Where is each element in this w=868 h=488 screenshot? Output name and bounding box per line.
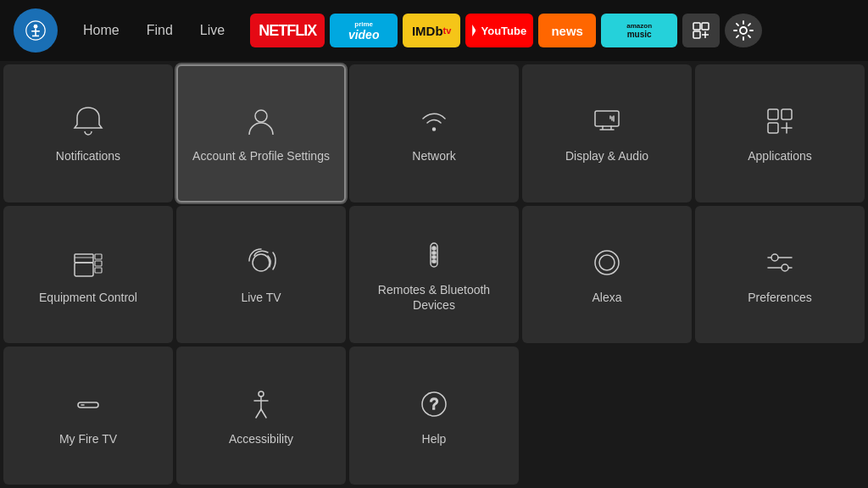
svg-point-11 bbox=[740, 27, 747, 34]
account-profile-label: Account & Profile Settings bbox=[186, 148, 337, 164]
display-audio-label: Display & Audio bbox=[559, 148, 655, 164]
live-tv-tile[interactable]: Live TV bbox=[176, 206, 346, 344]
applications-label: Applications bbox=[741, 148, 819, 164]
svg-text:?: ? bbox=[430, 396, 438, 413]
svg-rect-7 bbox=[702, 23, 709, 30]
preferences-tile[interactable]: Preferences bbox=[695, 206, 865, 344]
notifications-label: Notifications bbox=[49, 148, 127, 164]
settings-app[interactable] bbox=[725, 14, 762, 47]
accessibility-tile[interactable]: Accessibility bbox=[176, 347, 346, 485]
nav-live[interactable]: Live bbox=[188, 18, 236, 43]
netflix-app[interactable]: NETFLIX bbox=[250, 14, 325, 47]
remotes-bluetooth-tile[interactable]: Remotes & Bluetooth Devices bbox=[349, 206, 519, 344]
equipment-control-label: Equipment Control bbox=[32, 290, 144, 305]
svg-point-36 bbox=[782, 264, 788, 271]
empty-cell bbox=[522, 347, 692, 485]
svg-rect-30 bbox=[432, 260, 436, 263]
nav-home[interactable]: Home bbox=[71, 18, 131, 43]
svg-point-31 bbox=[595, 251, 619, 274]
help-label: Help bbox=[415, 431, 453, 446]
my-fire-tv-tile[interactable]: My Fire TV bbox=[3, 347, 173, 485]
preferences-label: Preferences bbox=[741, 290, 818, 305]
svg-point-32 bbox=[599, 255, 615, 270]
live-tv-label: Live TV bbox=[234, 290, 287, 305]
svg-rect-20 bbox=[75, 254, 93, 263]
display-audio-tile[interactable]: Display & Audio bbox=[522, 64, 692, 202]
network-label: Network bbox=[405, 148, 462, 164]
nav-links: Home Find Live bbox=[71, 18, 236, 43]
svg-rect-6 bbox=[693, 23, 700, 30]
svg-rect-23 bbox=[95, 261, 102, 266]
svg-rect-14 bbox=[768, 109, 778, 119]
my-fire-tv-label: My Fire TV bbox=[53, 431, 124, 446]
applications-tile[interactable]: Applications bbox=[695, 64, 865, 202]
svg-line-42 bbox=[256, 409, 261, 418]
amazon-music-app[interactable]: amazon music bbox=[601, 14, 677, 47]
grid-app[interactable] bbox=[682, 14, 720, 47]
help-tile[interactable]: ? Help bbox=[349, 347, 519, 485]
amazon-logo[interactable] bbox=[14, 8, 58, 53]
settings-grid: Notifications Account & Profile Settings… bbox=[0, 61, 868, 488]
equipment-control-tile[interactable]: Equipment Control bbox=[3, 206, 173, 344]
alexa-tile[interactable]: Alexa bbox=[522, 206, 692, 344]
svg-rect-24 bbox=[95, 268, 102, 273]
svg-rect-28 bbox=[432, 252, 436, 254]
imdb-app[interactable]: IMDbtv bbox=[403, 14, 460, 47]
alexa-label: Alexa bbox=[585, 290, 628, 305]
svg-point-39 bbox=[259, 391, 264, 396]
accessibility-label: Accessibility bbox=[222, 431, 300, 446]
notifications-tile[interactable]: Notifications bbox=[3, 64, 173, 202]
svg-point-12 bbox=[255, 110, 267, 122]
svg-line-43 bbox=[261, 409, 266, 418]
remotes-bluetooth-label: Remotes & Bluetooth Devices bbox=[349, 282, 519, 313]
svg-rect-13 bbox=[595, 111, 619, 126]
youtube-app[interactable]: YouTube bbox=[465, 14, 533, 47]
svg-rect-19 bbox=[75, 263, 93, 276]
svg-rect-22 bbox=[95, 254, 102, 259]
nav-find[interactable]: Find bbox=[135, 18, 185, 43]
nav-apps: NETFLIX prime video IMDbtv YouTube news … bbox=[250, 14, 854, 47]
empty-cell-2 bbox=[695, 347, 865, 485]
svg-point-25 bbox=[253, 254, 270, 271]
svg-point-2 bbox=[34, 25, 38, 29]
svg-rect-8 bbox=[693, 31, 700, 38]
svg-rect-16 bbox=[768, 123, 778, 133]
svg-point-35 bbox=[771, 254, 778, 261]
network-tile[interactable]: Network bbox=[349, 64, 519, 202]
svg-point-27 bbox=[432, 247, 436, 250]
svg-rect-29 bbox=[432, 256, 436, 258]
top-navigation: Home Find Live NETFLIX prime video IMDbt… bbox=[0, 0, 868, 61]
news-app[interactable]: news bbox=[538, 14, 596, 47]
prime-video-app[interactable]: prime video bbox=[330, 14, 398, 47]
svg-rect-15 bbox=[782, 109, 792, 119]
account-profile-tile[interactable]: Account & Profile Settings bbox=[176, 64, 346, 202]
